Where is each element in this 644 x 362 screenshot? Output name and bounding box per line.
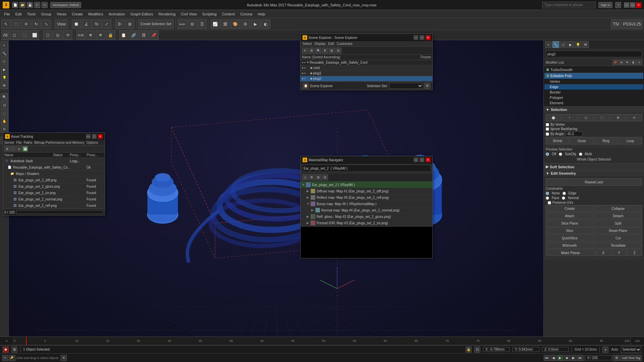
soft-selection-header[interactable]: ▶ Soft Selection [544, 164, 644, 170]
sel-element-btn[interactable]: ⊞ [610, 114, 626, 121]
minimize-btn[interactable]: — [624, 2, 629, 8]
add-time-tag-btn[interactable]: Add Time Tag [620, 355, 642, 361]
scale-btn[interactable]: ⤡ [42, 19, 51, 29]
detach-btn[interactable]: Detach [594, 213, 642, 219]
se-filter-icon[interactable]: ⚙ [424, 83, 430, 89]
layer-mgr[interactable]: ☰ [198, 19, 207, 29]
se-filter-btn[interactable]: ⚙ [309, 48, 315, 54]
ignore-backfacing-check[interactable] [546, 127, 549, 131]
add-key-btn[interactable]: + [602, 347, 608, 353]
vp-safe-btn[interactable]: ⊡ [474, 347, 480, 353]
at-diff-item[interactable]: 🖼 Ear_plugs_set_2_diff.png Found [3, 177, 105, 183]
preserve-uvs-check[interactable] [548, 201, 551, 204]
sub-border[interactable]: Border [544, 89, 643, 95]
by-vertex-check[interactable] [546, 123, 549, 126]
zoom-btn[interactable]: 🔍 [1, 93, 8, 101]
pss-btn[interactable]: PSSv3.25 [622, 19, 643, 29]
xform-btn[interactable]: ⟲ [63, 31, 72, 40]
repeat-last-btn[interactable]: Repeat Last [546, 178, 642, 186]
se-collapse-btn[interactable]: ⊟ [335, 48, 341, 54]
record-btn[interactable]: ⏺ [3, 347, 9, 353]
at-btn1[interactable]: ⊞ [4, 146, 10, 152]
mn-max-btn[interactable]: □ [420, 158, 424, 162]
mn-min-btn[interactable]: — [414, 158, 418, 162]
display-panel[interactable]: 💡 [1, 74, 8, 81]
mn-root-mat[interactable]: ▼ Ear_plugs_set_2 ( VRayMtl ) [301, 182, 432, 188]
redo-btn[interactable]: ↪ [42, 2, 48, 8]
sub-edge[interactable]: Edge [544, 84, 643, 89]
at-close-btn[interactable]: ✕ [98, 134, 103, 139]
sel-border-btn[interactable]: ◻ [578, 114, 593, 121]
open-btn[interactable]: 📂 [19, 2, 25, 8]
material-editor[interactable]: 🎨 [231, 19, 240, 29]
se-menu-customize[interactable]: Customize [337, 42, 353, 46]
3d-snap[interactable]: 3D [115, 19, 124, 29]
mn-reflect-item[interactable]: ▶ Reflect map: Map #5 (Ear_plugs_set_2_r… [301, 194, 432, 201]
se-plug1-item[interactable]: ● ● ▶ plug1 [301, 71, 432, 76]
utilities-panel-btn[interactable]: ⚒ [582, 41, 589, 48]
sel-polygon-btn[interactable]: ⬛ [594, 114, 610, 121]
play-mode-btn[interactable]: Π [2, 355, 8, 361]
mn-expand-btn[interactable]: ⊞ [315, 174, 321, 180]
menu-rendering[interactable]: Rendering [156, 10, 178, 18]
unlink[interactable]: ⛓ [139, 31, 149, 40]
at-menu-file[interactable]: File [16, 141, 21, 144]
loop-btn[interactable]: Loop [619, 137, 642, 144]
edit-geometry-header[interactable]: ▼ Edit Geometry [544, 170, 644, 176]
mn-title-bar[interactable]: 3 Material/Map Navigator — □ ✕ [301, 156, 432, 164]
z-btn[interactable]: Z [627, 249, 642, 256]
at-max-btn[interactable]: □ [92, 134, 97, 139]
select-invert[interactable]: ⬜ [30, 31, 39, 40]
vp-lock-btn[interactable]: 🔒 [466, 347, 472, 353]
menu-file[interactable]: File [1, 10, 13, 18]
selection-filter-dropdown[interactable]: Selected [621, 346, 641, 353]
turbosmooh-modifier[interactable]: TurboSmooth [544, 67, 643, 73]
at-ior-item[interactable]: 🖼 Ear_plugs_set_2_ior.png Found [3, 190, 105, 196]
reset-plane-btn[interactable]: Reset Plane [594, 227, 642, 234]
menu-corona[interactable]: Corona [237, 10, 255, 18]
at-gloss-item[interactable]: 🖼 Ear_plugs_set_2_gloss.png Found [3, 183, 105, 190]
menu-content[interactable]: Content [219, 10, 238, 18]
at-vault-item[interactable]: ⬡ Autodesk Vault Logg... [3, 158, 105, 164]
coord-x[interactable]: X: -5.788mm [483, 347, 510, 352]
utilities-panel[interactable]: ⚒ [1, 82, 8, 89]
at-menu-bitmap[interactable]: Bitmap Performance and Memory [34, 141, 85, 144]
at-min-btn[interactable]: — [86, 134, 91, 139]
select-none[interactable]: ⬛ [20, 31, 29, 40]
by-angle-input[interactable] [566, 131, 583, 136]
at-normal-item[interactable]: 🖼 Ear_plugs_set_2_normal.png Found [3, 196, 105, 202]
active-shade[interactable]: ◐ [261, 19, 270, 29]
quickslice-btn[interactable]: QuickSlice [546, 235, 594, 241]
at-menu-server[interactable]: Server [4, 141, 14, 144]
prev-frame-btn[interactable]: ◀ [550, 355, 556, 361]
mod-lock-btn[interactable]: 📌 [612, 60, 618, 65]
move-btn[interactable]: ✛ [21, 19, 31, 29]
undo-btn[interactable]: ↩ [34, 2, 40, 8]
attach-btn[interactable]: Attach [546, 213, 594, 219]
at-btn2[interactable]: ⬛ [10, 146, 16, 152]
cut-btn[interactable]: Cut [594, 235, 642, 241]
se-menu-select[interactable]: Select [303, 42, 312, 46]
new-btn[interactable]: 📄 [12, 2, 18, 8]
play-btn[interactable]: ▶ [557, 355, 563, 361]
se-menu-edit[interactable]: Edit [328, 42, 334, 46]
motion-panel[interactable]: ▶ [1, 66, 8, 73]
edge-radio[interactable] [562, 192, 566, 195]
at-file-item[interactable]: 📄 Reusable_Earplugs_with_Safety_Co... Ok [3, 164, 105, 171]
create-btn[interactable]: Create [546, 205, 594, 212]
menu-scripting[interactable]: Scripting [200, 10, 219, 18]
make-planar-btn[interactable]: Make Planar [546, 249, 595, 256]
se-root-item[interactable]: ● ● ▼ Reusable_Earplugs_with_Safety_Cord [301, 60, 432, 65]
se-cord-item[interactable]: ● ● ▶ cord [301, 65, 432, 71]
at-title-bar[interactable]: 3 Asset Tracking — □ ✕ [3, 133, 105, 140]
object-name-input[interactable] [546, 51, 642, 57]
at-menu-options[interactable]: Options [87, 141, 98, 144]
sub-polygon[interactable]: Polygon [544, 95, 643, 100]
mn-collapse-btn[interactable]: ⊟ [322, 174, 328, 180]
frame-input[interactable]: 0 / 100 [585, 355, 612, 360]
mn-material-input[interactable] [302, 165, 431, 172]
face-radio[interactable] [546, 196, 549, 200]
slice-plane-btn[interactable]: Slice Plane [546, 220, 594, 227]
se-close-btn[interactable]: ✕ [426, 35, 430, 40]
pan-btn[interactable]: ✋ [1, 117, 8, 125]
